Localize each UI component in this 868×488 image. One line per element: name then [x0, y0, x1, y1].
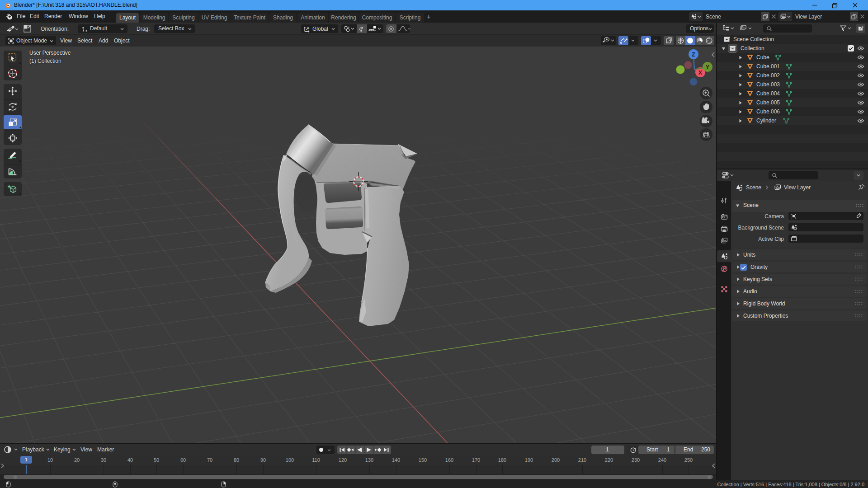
svg-text:Z: Z [692, 52, 695, 58]
svg-text:X: X [698, 70, 702, 76]
svg-text:Y: Y [706, 64, 709, 70]
